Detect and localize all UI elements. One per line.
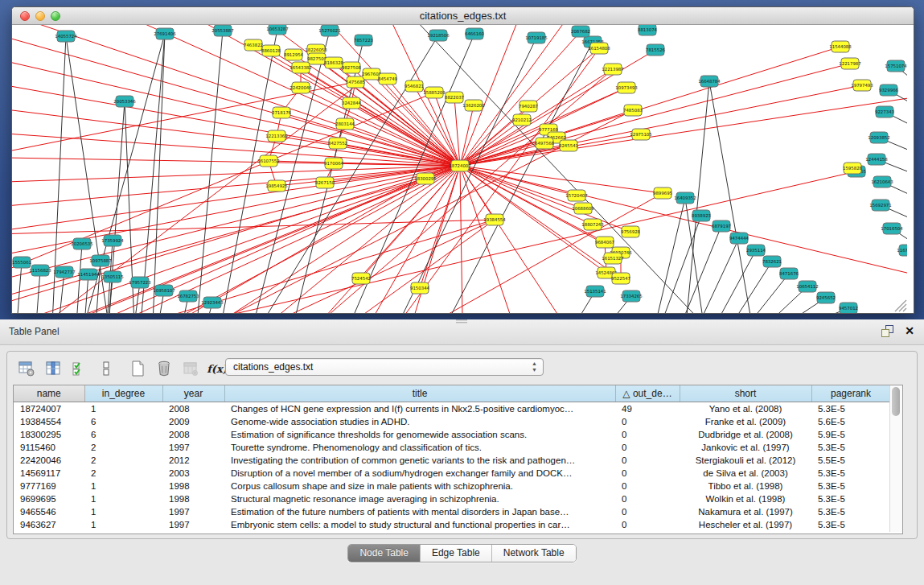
network-node[interactable]: 8245541 — [559, 140, 578, 151]
network-node[interactable]: 8822037 — [445, 92, 464, 103]
column-header-pagerank[interactable]: pagerank — [811, 385, 890, 402]
column-header-out_de[interactable]: △ out_de… — [615, 385, 680, 402]
table-row[interactable]: 1938455462009Genome-wide association stu… — [14, 415, 890, 428]
table-cell[interactable]: Disruption of a novel member of a sodium… — [224, 467, 615, 480]
network-node[interactable]: 15135141 — [584, 286, 606, 297]
table-row[interactable]: 1872400712008Changes of HCN gene express… — [14, 402, 890, 416]
panel-resize-grip-icon[interactable] — [456, 319, 467, 323]
table-row[interactable]: 969969511998Structural magnetic resonanc… — [14, 492, 890, 505]
table-cell[interactable]: 18724007 — [14, 402, 84, 416]
network-node[interactable]: 2935114 — [746, 245, 766, 256]
table-cell[interactable]: 0 — [615, 518, 680, 531]
table-select-dropdown[interactable]: citations_edges.txt ▲▼ — [225, 358, 544, 376]
table-row[interactable]: 946362711997Embryonic stem cells: a mode… — [14, 518, 890, 531]
table-cell[interactable]: 5.3E-5 — [811, 467, 890, 480]
table-cell[interactable]: 1997 — [162, 441, 224, 454]
table-cell[interactable]: 1 — [84, 518, 162, 531]
table-cell[interactable]: 2 — [84, 467, 162, 480]
network-node[interactable]: 17016504 — [881, 223, 903, 234]
table-cell[interactable]: Embryonic stem cells: a model to study s… — [224, 518, 615, 531]
network-node[interactable]: 9227343 — [875, 106, 894, 117]
network-node[interactable]: 9474444 — [729, 233, 749, 244]
network-node[interactable]: 8471676 — [779, 268, 799, 279]
network-node[interactable]: 8454749 — [378, 73, 398, 84]
network-node[interactable]: 15885209 — [423, 87, 446, 98]
network-node[interactable]: 10973493 — [615, 82, 637, 93]
table-cell[interactable]: 22420046 — [14, 454, 84, 467]
table-cell[interactable]: 5.9E-5 — [811, 428, 890, 441]
table-cell[interactable]: Corpus callosum shape and size in male p… — [224, 480, 615, 492]
network-node[interactable]: 12093852 — [868, 132, 889, 143]
table-cell[interactable]: 0 — [615, 492, 680, 505]
table-row[interactable]: 1830029562008Estimation of significance … — [14, 428, 890, 441]
table-cell[interactable]: Jankovic et al. (1997) — [680, 441, 811, 454]
table-row[interactable]: 2242004622012Investigating the contribut… — [14, 454, 890, 467]
close-panel-icon[interactable]: ✕ — [905, 325, 914, 337]
network-node[interactable]: 11544088 — [829, 41, 852, 52]
table-cell[interactable]: 14569117 — [14, 467, 84, 480]
table-cell[interactable]: Structural magnetic resonance image aver… — [224, 492, 615, 505]
network-node[interactable]: 12213987 — [602, 64, 623, 75]
table-cell[interactable]: 2009 — [162, 415, 224, 428]
network-node[interactable]: 7857223 — [354, 35, 373, 46]
table-cell[interactable]: 1 — [84, 402, 162, 416]
table-cell[interactable]: 5.3E-5 — [811, 518, 890, 531]
table-cell[interactable]: 1 — [84, 505, 162, 518]
table-cell[interactable]: Hescheler et al. (1997) — [680, 518, 811, 531]
network-node[interactable]: 20206535 — [71, 238, 92, 249]
network-node[interactable]: 1595828 — [843, 163, 863, 174]
network-node[interactable]: 15692971 — [869, 200, 891, 211]
network-node[interactable]: 27691406 — [154, 28, 176, 39]
network-node[interactable]: 18724007 — [449, 160, 470, 171]
network-node[interactable]: 9899695 — [653, 187, 672, 199]
network-node[interactable]: 10654112 — [796, 281, 818, 292]
network-node[interactable]: 10975887 — [89, 255, 111, 266]
table-cell[interactable]: 1 — [84, 492, 162, 505]
table-row[interactable]: 977716911998Corpus callosum shape and si… — [14, 480, 890, 492]
network-node[interactable]: 12923443 — [201, 297, 223, 308]
table-cell[interactable]: 0 — [615, 415, 680, 428]
network-node[interactable]: 2718176 — [272, 107, 292, 118]
tab-edge-table[interactable]: Edge Table — [421, 545, 492, 562]
window-resize-grip[interactable] — [895, 300, 906, 311]
row-height-button[interactable] — [97, 359, 116, 378]
network-node[interactable]: 2087682 — [571, 26, 590, 37]
network-node[interactable]: 8938923 — [692, 210, 711, 221]
network-node[interactable]: 22420046 — [290, 82, 312, 93]
column-header-year[interactable]: year — [162, 385, 224, 402]
table-cell[interactable]: Tibbo et al. (1998) — [680, 480, 811, 492]
table-cell[interactable]: 2008 — [162, 402, 224, 416]
table-cell[interactable]: 9699695 — [14, 492, 84, 505]
table-cell[interactable]: 1998 — [162, 480, 224, 492]
network-node[interactable]: 9457012 — [839, 303, 858, 313]
network-node[interactable]: 9522547 — [611, 273, 630, 284]
table-cell[interactable]: 19384554 — [14, 415, 84, 428]
table-cell[interactable]: 49 — [615, 402, 680, 416]
network-node[interactable]: 19854925 — [265, 180, 287, 192]
table-cell[interactable]: Investigating the contribution of common… — [224, 454, 615, 467]
table-cell[interactable]: 0 — [615, 505, 680, 518]
network-graph[interactable]: 1872400714055724276914062055388710653287… — [12, 25, 907, 313]
network-node[interactable]: 9210212 — [512, 114, 532, 126]
network-node[interactable]: 16151327 — [602, 253, 623, 264]
network-canvas[interactable]: 1872400714055724276914062055388710653287… — [12, 25, 907, 313]
tab-network-table[interactable]: Network Table — [492, 545, 576, 562]
node-table-grid[interactable]: namein_degreeyeartitle△ out_de…shortpage… — [14, 385, 891, 531]
network-node[interactable]: 18807243 — [581, 219, 603, 230]
table-header-row[interactable]: namein_degreeyeartitle△ out_de…shortpage… — [14, 385, 890, 402]
network-node[interactable]: 14055724 — [55, 31, 77, 42]
table-cell[interactable]: 1997 — [162, 505, 224, 518]
table-cell[interactable]: 5.3E-5 — [811, 505, 890, 518]
table-cell[interactable]: 18300295 — [14, 428, 84, 441]
network-node[interactable]: 16409352 — [674, 192, 696, 204]
network-node[interactable]: 19218506 — [427, 30, 450, 41]
tab-node-table[interactable]: Node Table — [348, 545, 421, 562]
table-cell[interactable]: 9463627 — [14, 518, 84, 531]
network-node[interactable]: 16648784 — [698, 76, 721, 87]
table-cell[interactable]: Wolkin et al. (1998) — [680, 492, 811, 505]
table-cell[interactable]: 5.6E-5 — [811, 415, 890, 428]
table-row[interactable]: 946554611997Estimation of the future num… — [14, 505, 890, 518]
table-cell[interactable]: 0 — [615, 480, 680, 492]
table-options-button[interactable] — [17, 359, 36, 378]
network-node[interactable]: 12975105 — [630, 129, 651, 140]
